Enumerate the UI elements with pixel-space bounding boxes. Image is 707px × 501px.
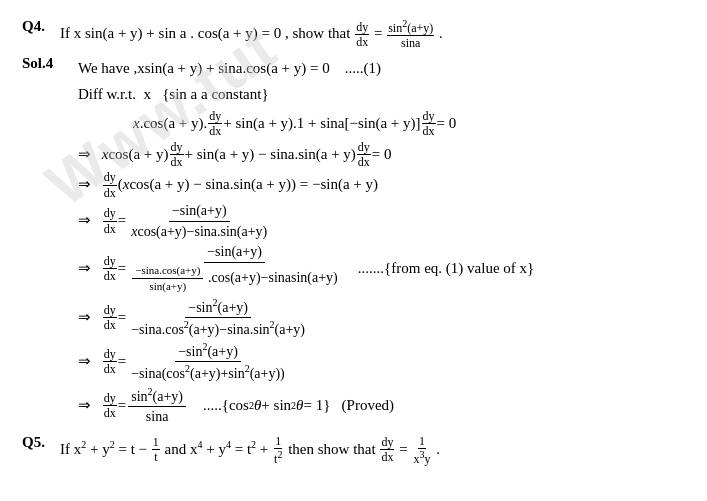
sol4-line9: ⇒ dy dx = −sin2(a+y) −sina(cos2(a+y)+sin… (78, 340, 685, 384)
frac-dy-dx-10: dy dx (103, 391, 117, 421)
frac-main-7: −sin(a+y) −sina.cos(a+y) sin(a+y) .cos(a… (128, 242, 341, 294)
sol4-line5: ⇒ dy dx (xcos(a + y) − sina.sin(a + y)) … (78, 170, 685, 200)
inner-frac: −sina.cos(a+y) sin(a+y) (132, 263, 203, 295)
frac-dy-dx-8: dy dx (103, 303, 117, 333)
q5-label: Q5. (22, 434, 60, 451)
sol4-line4: ⇒ xcos(a + y) dy dx + sin(a + y) − sina.… (78, 140, 685, 170)
sol4-line3: x.cos(a + y). dy dx + sin(a + y).1 + sin… (133, 109, 685, 139)
sol4-content: We have ,xsin(a + y) + sina.cos(a + y) =… (78, 55, 685, 428)
q4-frac-dy-dx: dy dx (355, 20, 369, 50)
frac-dy-dx-2: dy dx (422, 109, 436, 139)
sol4-row: Sol.4 We have ,xsin(a + y) + sina.cos(a … (22, 55, 685, 428)
frac-dy-dx-5: dy dx (103, 170, 117, 200)
sol4-line7: ⇒ dy dx = −sin(a+y) −sina.cos(a+y) sin(a… (78, 242, 685, 294)
q5-frac3: dy dx (380, 435, 394, 465)
frac-dy-dx-6: dy dx (103, 206, 117, 236)
frac-main-8: −sin2(a+y) −sina.cos2(a+y)−sina.sin2(a+y… (128, 296, 308, 340)
q4-row: Q4. If x sin(a + y) + sin a . cos(a + y)… (22, 18, 685, 51)
q5-frac2: 1 t2 (273, 434, 283, 467)
sol4-line6: ⇒ dy dx = −sin(a+y) xcos(a+y)−sina.sin(a… (78, 201, 685, 241)
frac-main-9: −sin2(a+y) −sina(cos2(a+y)+sin2(a+y)) (128, 340, 288, 384)
q5-content: If x2 + y2 = t − 1 t and x4 + y4 = t2 + … (60, 434, 685, 467)
frac-main-10: sin2(a+y) sina (128, 385, 186, 427)
frac-main-6: −sin(a+y) xcos(a+y)−sina.sin(a+y) (128, 201, 270, 241)
page: Www.tut Q4. If x sin(a + y) + sin a . co… (0, 0, 707, 501)
frac-dy-dx-4: dy dx (357, 140, 371, 170)
sol4-line1: We have ,xsin(a + y) + sina.cos(a + y) =… (78, 56, 685, 82)
frac-dy-dx-3: dy dx (170, 140, 184, 170)
frac-dy-dx-9: dy dx (103, 347, 117, 377)
q5-frac4: 1 x3y (412, 434, 431, 467)
q4-label: Q4. (22, 18, 60, 35)
frac-dy-dx-7: dy dx (103, 254, 117, 284)
q5-frac1: 1 t (152, 435, 160, 465)
q5-row: Q5. If x2 + y2 = t − 1 t and x4 + y4 = t… (22, 434, 685, 467)
sol4-line2: Diff w.r.t. x {sin a a constant} (78, 82, 685, 108)
q4-frac-result: sin2(a+y) sina (387, 18, 434, 51)
sol4-line8: ⇒ dy dx = −sin2(a+y) −sina.cos2(a+y)−sin… (78, 296, 685, 340)
q4-content: If x sin(a + y) + sin a . cos(a + y) = 0… (60, 18, 685, 51)
sol4-label: Sol.4 (22, 55, 78, 72)
sol4-line10: ⇒ dy dx = sin2(a+y) sina .....{cos2θ + s… (78, 385, 685, 427)
frac-dy-dx-1: dy dx (208, 109, 222, 139)
